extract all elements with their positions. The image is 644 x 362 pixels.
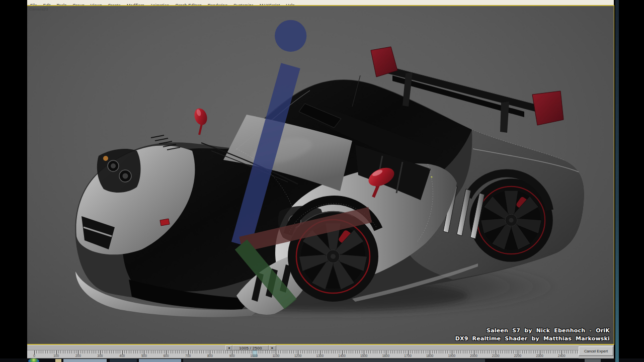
windows-taskbar-sliver [0, 358, 644, 362]
frame-tick-label: 500 [141, 354, 147, 357]
frame-tick-label: 1700 [404, 354, 411, 357]
taskbar-item[interactable] [139, 359, 181, 362]
frame-tick-label: 200 [75, 354, 81, 357]
taskbar-item [183, 359, 485, 362]
expert-mode-panel: Cancel Expert Mode [579, 345, 614, 358]
taskbar-item[interactable] [110, 359, 137, 362]
cancel-expert-mode-button[interactable]: Cancel Expert Mode [579, 346, 613, 356]
frame-tick-label: 1800 [426, 354, 433, 357]
taskbar-item[interactable] [55, 359, 61, 362]
world-axis-icon [27, 6, 614, 344]
track-bar[interactable]: 0100200300400500600700800900100011001200… [27, 350, 579, 358]
window-edge-strip [615, 0, 619, 362]
frame-tick-label: 100 [53, 354, 59, 357]
frame-tick-label: 2300 [536, 354, 543, 357]
screen: FileEditToolsGroupViewsCreateModifiersAn… [0, 0, 644, 362]
frame-tick-label: 2400 [558, 354, 565, 357]
frame-tick-label: 400 [119, 354, 125, 357]
render-credit-line1: Saleen S7 by Nick Ebenhoch - OriK [487, 327, 610, 334]
frame-tick-label: 300 [98, 354, 103, 357]
start-orb-icon[interactable] [28, 358, 39, 362]
next-frame-button[interactable]: ► [269, 345, 276, 350]
time-slider-track[interactable]: ◄ 1005 / 2500 ► [27, 345, 579, 350]
frame-tick-label: 1600 [382, 354, 389, 357]
previous-frame-button[interactable]: ◄ [225, 345, 232, 350]
frame-tick-label: 700 [185, 354, 191, 357]
frame-tick-label: 900 [229, 354, 235, 357]
frame-tick-label: 1900 [448, 354, 455, 357]
camera-viewport[interactable]: Camera23 Saleen S7 by Nick Ebenhoch - Or… [27, 6, 614, 344]
taskbar-item[interactable] [63, 359, 107, 362]
frame-tick-label: 1200 [294, 354, 301, 357]
render-credit-line2: DX9 Realtime Shader by Matthias Markowsk… [455, 335, 610, 342]
frame-tick-label: 0 [33, 354, 35, 357]
track-bar-major-ticks [34, 350, 586, 354]
frame-tick-label: 800 [207, 354, 213, 357]
frame-tick-label: 1000 [251, 354, 258, 357]
frame-tick-label: 1500 [360, 354, 367, 357]
frame-tick-label: 2000 [470, 354, 477, 357]
frame-tick-label: 1100 [272, 354, 279, 357]
frame-tick-label: 2100 [492, 354, 499, 357]
frame-tick-label: 1300 [316, 354, 324, 357]
frame-tick-label: 1400 [338, 354, 345, 357]
frame-tick-label: 600 [164, 354, 169, 357]
taskbar-tray[interactable] [585, 359, 601, 362]
menu-bar: FileEditToolsGroupViewsCreateModifiersAn… [27, 0, 614, 5]
frame-tick-label: 2200 [514, 354, 521, 357]
time-slider-thumb[interactable]: 1005 / 2500 [232, 345, 269, 350]
animation-bottom-bar: ◄ 1005 / 2500 ► 010020030040050060070080… [27, 345, 614, 358]
